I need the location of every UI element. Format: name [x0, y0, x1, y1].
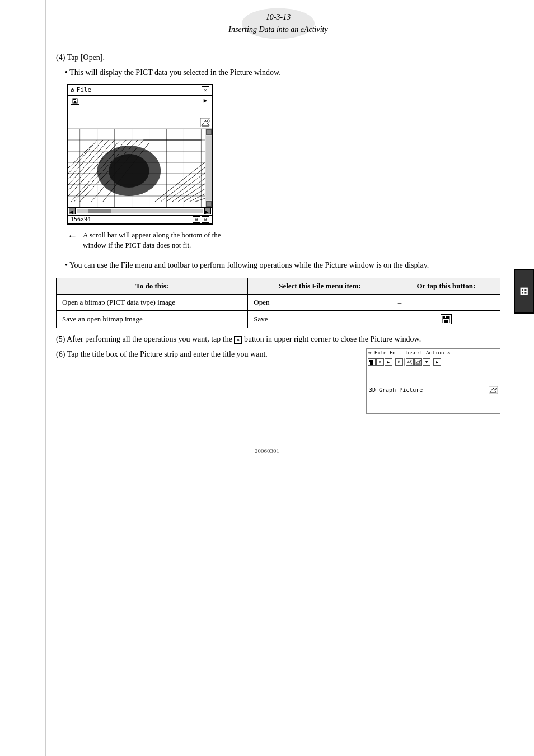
pic-statusbar: 156×94 ⊞ ⊟: [68, 215, 212, 223]
svg-rect-50: [370, 362, 373, 365]
ss-tb-b[interactable]: B: [395, 358, 403, 366]
pic-scrollbar-v[interactable]: [205, 129, 212, 207]
pic-scrollbar-h-track: [77, 209, 203, 213]
x-button-inline: ×: [234, 336, 242, 344]
step4-bullet2: You can use the File menu and toolbar to…: [65, 259, 500, 271]
step5-text: (5) After performing all the operations …: [56, 335, 500, 344]
header-text: 10-3-13 Inserting Data into an eActivity: [56, 11, 500, 36]
scrollbar-note: ← A scroll bar will appear along the bot…: [56, 230, 500, 250]
pic-sv-bottom[interactable]: [206, 201, 212, 207]
save-icon: [441, 314, 452, 324]
pic-titlebar: ✿ File ×: [68, 85, 212, 96]
table-row2-action: Save an open bitmap image: [57, 311, 248, 328]
side-tab-icon: ⊞: [519, 286, 529, 297]
svg-rect-46: [444, 320, 448, 323]
pic-scrollbar-h-thumb: [88, 209, 111, 213]
table-row1-menu: Open: [248, 295, 392, 311]
table-row2-button: [392, 311, 500, 328]
step4-main: (4) Tap [Open].: [56, 53, 500, 62]
page-container: ⊞ 10-3-13 Inserting Data into an eActivi…: [0, 0, 534, 756]
pic-mountain-icon-top: [200, 118, 210, 127]
table-row1-action: Open a bitmap (PICT data type) image: [57, 295, 248, 311]
pic-scrollbar-h[interactable]: ◀ ▶: [68, 207, 212, 215]
ss-bottom-area: [367, 396, 500, 413]
picture-window: ✿ File × ▶: [67, 84, 213, 225]
ss-strip-mountain-icon: [489, 386, 498, 394]
ss-content-area: [367, 367, 500, 384]
save-icon-cell: [398, 314, 494, 324]
pic-close-btn[interactable]: ×: [202, 86, 209, 94]
svg-rect-1: [74, 101, 76, 103]
ss-strip-row: 3D Graph Picture: [367, 384, 500, 396]
ss-titlebar: ✿ File Edit Insert Action ×: [367, 349, 500, 357]
svg-point-34: [109, 154, 149, 188]
pic-arrow-right: ▶: [202, 97, 209, 105]
ss-tb-dropdown[interactable]: ▼: [423, 358, 430, 366]
footer-date: 20060301: [255, 447, 279, 454]
page-header: 10-3-13 Inserting Data into an eActivity: [56, 11, 500, 36]
ss-tb-mountain[interactable]: [414, 358, 422, 366]
pic-save-btn[interactable]: [71, 97, 79, 105]
svg-rect-49: [369, 360, 373, 362]
pic-title-text: File: [77, 86, 92, 94]
scrollbar-note-text: A scroll bar will appear along the botto…: [83, 230, 240, 250]
side-tab: ⊞: [514, 269, 534, 314]
pic-titlebar-left: ✿ File: [71, 86, 91, 94]
ss-tb-sep3: [432, 358, 432, 366]
ss-tb-save[interactable]: [368, 358, 376, 366]
pic-fit-btn[interactable]: ⊟: [202, 216, 209, 223]
ss-tb-btn2[interactable]: ⊞: [376, 358, 384, 366]
pic-image-area: [68, 129, 212, 207]
step5-text-before: (5) After performing all the operations …: [56, 335, 232, 343]
pic-sv-track: [206, 136, 212, 200]
step5-text-after: button in upper right corner to close th…: [244, 335, 421, 343]
table-row-2: Save an open bitmap image Save: [57, 311, 500, 328]
page-title: Inserting Data into an eActivity: [56, 24, 500, 36]
step6-text: (6) Tap the title box of the Picture str…: [56, 348, 355, 361]
table-row2-menu: Save: [248, 311, 392, 328]
pic-graph-svg: [68, 129, 212, 207]
table-col1-header: To do this:: [57, 278, 248, 295]
pic-toolbar: ▶: [68, 96, 212, 106]
svg-rect-2: [73, 99, 76, 100]
info-table: To do this: Select this File menu item: …: [56, 278, 500, 328]
content-area: 10-3-13 Inserting Data into an eActivity…: [56, 0, 500, 414]
small-screenshot: ✿ File Edit Insert Action × ⊞ ▶ B: [366, 348, 500, 414]
table-row1-button: –: [392, 295, 500, 311]
ss-tb-az[interactable]: Aζ: [406, 358, 414, 366]
ss-tb-arrow-right[interactable]: ▶: [433, 358, 441, 366]
pic-scrollbar-h-left[interactable]: ◀: [69, 208, 76, 214]
pic-sv-top[interactable]: [206, 129, 212, 135]
pic-scrollbar-h-right[interactable]: ▶: [204, 208, 211, 214]
ss-tb-sep2: [404, 358, 405, 366]
page-footer: 20060301: [0, 447, 534, 454]
pic-zoom-btn[interactable]: ⊞: [193, 216, 200, 223]
table-row-1: Open a bitmap (PICT data type) image Ope…: [57, 295, 500, 311]
ss-strip-text[interactable]: 3D Graph Picture: [369, 387, 423, 393]
ss-toolbar: ⊞ ▶ B Aζ ▼ ▶: [367, 357, 500, 367]
pic-close-x: ×: [204, 87, 207, 93]
step6-row: (6) Tap the title box of the Picture str…: [56, 348, 500, 414]
ss-tb-btn3[interactable]: ▶: [385, 358, 392, 366]
pic-statusbar-right: ⊞ ⊟: [193, 216, 209, 223]
ss-menubar-text: ✿ File Edit Insert Action ×: [368, 350, 450, 356]
svg-rect-47: [445, 316, 446, 318]
step4-bullet1: This will display the PICT data you sele…: [65, 67, 500, 78]
pic-empty-area: [68, 106, 212, 129]
left-border: [45, 0, 46, 756]
pic-apple-icon: ✿: [71, 86, 74, 94]
table-col3-header: Or tap this button:: [392, 278, 500, 295]
pic-size-label: 156×94: [71, 216, 91, 222]
scrollbar-arrow-icon: ←: [67, 230, 77, 242]
ss-tb-sep1: [394, 358, 394, 366]
table-header-row: To do this: Select this File menu item: …: [57, 278, 500, 295]
table-col2-header: Select this File menu item:: [248, 278, 392, 295]
page-num: 10-3-13: [56, 11, 500, 24]
